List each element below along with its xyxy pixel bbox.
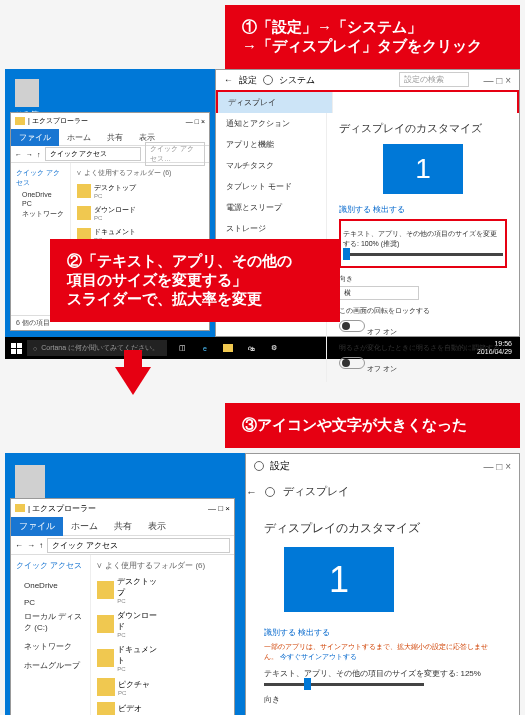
orientation-label: 向き bbox=[264, 694, 501, 705]
folder-item[interactable]: ドキュメントPC bbox=[94, 641, 166, 675]
tab-file[interactable]: ファイル bbox=[11, 129, 59, 146]
folder-item[interactable]: ピクチャPC bbox=[94, 675, 166, 699]
scale-slider[interactable] bbox=[264, 683, 424, 686]
sidebar-item[interactable]: OneDrive bbox=[14, 190, 67, 199]
lock-toggle[interactable] bbox=[339, 320, 365, 332]
orientation-label: 向き bbox=[339, 274, 507, 284]
settings-display-label: ディスプレイ bbox=[283, 484, 349, 499]
folder-icon bbox=[97, 678, 115, 696]
sidebar-item[interactable]: 通知とアクション bbox=[216, 113, 326, 134]
explorer-title: | エクスプローラー bbox=[28, 503, 96, 514]
sidebar-item[interactable]: PC bbox=[14, 199, 67, 208]
trash-icon bbox=[15, 79, 39, 107]
nav-back-icon[interactable]: ← bbox=[15, 541, 23, 550]
folder-item[interactable]: ビデオPC bbox=[94, 699, 166, 715]
screenshot-1: ごみ箱 | エクスプローラー — □ × ファイル ホーム 共有 表示 ← → … bbox=[5, 69, 520, 359]
file-explorer-window[interactable]: | エクスプローラー — □ × ファイル ホーム 共有 表示 ← → ↑ クイ… bbox=[10, 498, 235, 715]
windows-icon bbox=[11, 343, 22, 354]
callout-1: ①「設定」→「システム」 →「ディスプレイ」タブをクリック bbox=[225, 5, 520, 69]
lock-label: この画面の回転をロックする bbox=[339, 306, 507, 316]
nav-back-icon[interactable]: ← bbox=[15, 151, 22, 158]
edge-icon[interactable]: e bbox=[194, 337, 216, 359]
scale-label: テキスト、アプリ、その他の項目のサイズを変更する: 100% (推奨) bbox=[343, 229, 503, 249]
warning-text: 一部のアプリは、サインアウトするまで、拡大縮小の設定に応答しません。 今すぐサイ… bbox=[264, 642, 501, 662]
sidebar-item[interactable]: OneDrive bbox=[14, 579, 87, 592]
sidebar-item[interactable]: ネットワーク bbox=[14, 208, 67, 220]
back-icon[interactable]: ← bbox=[224, 75, 233, 85]
folder-icon bbox=[77, 206, 91, 220]
folder-icon bbox=[97, 702, 115, 715]
window-controls[interactable]: — □ × bbox=[208, 504, 230, 513]
folder-group-header[interactable]: ∨ よく使用するフォルダー (6) bbox=[74, 166, 206, 180]
folder-icon bbox=[97, 581, 114, 599]
window-controls[interactable]: — □ × bbox=[484, 461, 511, 472]
start-button[interactable] bbox=[5, 337, 27, 359]
nav-up-icon[interactable]: ↑ bbox=[39, 541, 43, 550]
folder-icon bbox=[97, 649, 114, 667]
brightness-label: 明るさが変化したときに明るさを自動的に調節する bbox=[339, 343, 507, 353]
folder-item[interactable]: デスクトップPC bbox=[74, 180, 144, 202]
display-links[interactable]: 識別する 検出する bbox=[264, 627, 501, 638]
sidebar-item[interactable]: 電源とスリープ bbox=[216, 197, 326, 218]
scale-label: テキスト、アプリ、その他の項目のサイズを変更する: 125% bbox=[264, 668, 501, 679]
folder-group-header[interactable]: ∨ よく使用するフォルダー (6) bbox=[94, 558, 231, 573]
nav-fwd-icon[interactable]: → bbox=[26, 151, 33, 158]
folder-item[interactable]: デスクトップPC bbox=[94, 573, 166, 607]
nav-fwd-icon[interactable]: → bbox=[27, 541, 35, 550]
display-links[interactable]: 識別する 検出する bbox=[339, 204, 507, 215]
settings-window[interactable]: 設定 — □ × ← ディスプレイ ディスプレイのカスタマイズ 1 識別する 検… bbox=[245, 453, 520, 715]
tab-view[interactable]: 表示 bbox=[140, 517, 174, 536]
cortana-search[interactable]: ○ Cortana に何か聞いてみてください。 bbox=[27, 340, 167, 356]
folder-icon bbox=[97, 615, 114, 633]
folder-item[interactable]: ダウンロードPC bbox=[94, 607, 166, 641]
sidebar-quick-access[interactable]: クイック アクセス bbox=[14, 166, 67, 190]
folder-icon bbox=[15, 504, 25, 512]
trash-icon bbox=[15, 465, 45, 499]
sidebar-item[interactable]: ネットワーク bbox=[14, 639, 87, 654]
display-tile[interactable]: 1 bbox=[284, 547, 394, 612]
sidebar-item[interactable]: マルチタスク bbox=[216, 155, 326, 176]
address-bar[interactable]: クイック アクセス bbox=[45, 147, 142, 161]
window-controls[interactable]: — □ × bbox=[186, 118, 205, 125]
explorer-title: | エクスプローラー bbox=[28, 116, 88, 126]
folder-item[interactable]: ダウンロードPC bbox=[74, 202, 144, 224]
arrow-down-icon bbox=[115, 367, 151, 395]
page-heading: ディスプレイのカスタマイズ bbox=[264, 520, 501, 537]
tab-share[interactable]: 共有 bbox=[106, 517, 140, 536]
sidebar-item[interactable]: アプリと機能 bbox=[216, 134, 326, 155]
tab-home[interactable]: ホーム bbox=[63, 517, 106, 536]
back-icon[interactable]: ← bbox=[246, 486, 257, 498]
folder-icon bbox=[15, 117, 25, 125]
brightness-toggle[interactable] bbox=[339, 357, 365, 369]
tab-share[interactable]: 共有 bbox=[99, 129, 131, 146]
window-controls[interactable]: — □ × bbox=[484, 75, 511, 86]
scale-slider[interactable] bbox=[343, 253, 503, 256]
display-tile[interactable]: 1 bbox=[383, 144, 463, 194]
folder-icon bbox=[77, 184, 91, 198]
nav-up-icon[interactable]: ↑ bbox=[37, 151, 41, 158]
sidebar-item[interactable]: ストレージ bbox=[216, 218, 326, 239]
task-view-icon[interactable]: ◫ bbox=[171, 337, 193, 359]
settings-system-label: システム bbox=[279, 74, 315, 87]
gear-icon bbox=[265, 487, 275, 497]
sidebar-item[interactable]: PC bbox=[14, 596, 87, 609]
settings-title: 設定 bbox=[239, 74, 257, 87]
tab-file[interactable]: ファイル bbox=[11, 517, 63, 536]
tab-display[interactable]: ディスプレイ bbox=[218, 92, 332, 113]
sidebar-item[interactable]: タブレット モード bbox=[216, 176, 326, 197]
sidebar-item[interactable]: ホームグループ bbox=[14, 658, 87, 673]
sidebar-quick-access[interactable]: クイック アクセス bbox=[14, 558, 87, 573]
signout-link[interactable]: 今すぐサインアウトする bbox=[280, 653, 357, 660]
settings-search-input[interactable]: 設定の検索 bbox=[399, 72, 469, 87]
page-heading: ディスプレイのカスタマイズ bbox=[339, 121, 507, 136]
screenshot-2: ごみ箱 | エクスプローラー — □ × ファイル ホーム 共有 表示 ← → … bbox=[5, 453, 520, 715]
callout-3: ③アイコンや文字が大きくなった bbox=[225, 403, 520, 448]
orientation-select[interactable]: 横 bbox=[339, 286, 419, 300]
settings-title: 設定 bbox=[270, 459, 290, 473]
address-bar[interactable]: クイック アクセス bbox=[47, 538, 230, 553]
sidebar-item[interactable]: ローカル ディスク (C:) bbox=[14, 609, 87, 635]
gear-icon bbox=[254, 461, 264, 471]
callout-2: ②「テキスト、アプリ、その他の 項目のサイズを変更する」 スライダーで、拡大率を… bbox=[50, 239, 340, 322]
gear-icon bbox=[263, 75, 273, 85]
tab-home[interactable]: ホーム bbox=[59, 129, 99, 146]
